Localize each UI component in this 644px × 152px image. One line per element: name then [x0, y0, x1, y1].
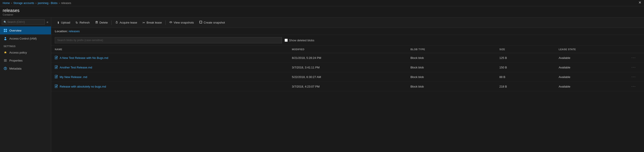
cell-blob-type-1: Block blob: [407, 63, 496, 72]
table-row: My New Release .md 5/22/2018, 6:30:27 AM…: [51, 72, 644, 82]
upload-label: Upload: [61, 21, 70, 24]
col-lease-state[interactable]: LEASE STATE: [555, 46, 626, 53]
delete-icon: [95, 21, 98, 24]
cell-more-0: ···: [626, 53, 644, 63]
svg-point-20: [170, 21, 172, 23]
delete-label: Delete: [100, 21, 108, 24]
search-input[interactable]: [2, 19, 45, 25]
cell-more-1: ···: [626, 63, 644, 72]
file-name-3[interactable]: Release with absolutely no bugs.md: [60, 85, 106, 88]
collapse-button[interactable]: «: [46, 20, 49, 24]
sidebar-item-overview-label: Overview: [9, 29, 22, 32]
table-header: NAME MODIFIED BLOB TYPE SIZE LEASE STATE: [51, 46, 644, 53]
table-row: Another Test Release.md 3/7/2018, 3:41:1…: [51, 63, 644, 72]
delete-button[interactable]: Delete: [93, 19, 110, 26]
upload-button[interactable]: ⬆ Upload: [55, 19, 72, 26]
view-snapshots-label: View snapshots: [174, 21, 194, 24]
cell-lease-state-1: Available: [555, 63, 626, 72]
cell-lease-state-3: Available: [555, 82, 626, 91]
breadcrumb-storage-accounts[interactable]: Storage accounts: [13, 1, 34, 5]
upload-icon: ⬆: [57, 21, 60, 24]
cell-lease-state-0: Available: [555, 53, 626, 63]
file-name-1[interactable]: Another Test Release.md: [60, 66, 92, 69]
show-deleted-container: Show deleted blobs: [284, 39, 314, 42]
table-row: A New Test Release with No Bugs.md 8/21/…: [51, 53, 644, 63]
cell-name-3: Release with absolutely no bugs.md: [51, 82, 288, 91]
cell-name-0: A New Test Release with No Bugs.md: [51, 53, 288, 63]
sidebar-item-properties-label: Properties: [9, 59, 22, 62]
more-button-3[interactable]: ···: [630, 84, 638, 89]
svg-rect-12: [5, 68, 6, 68]
cell-name-1: Another Test Release.md: [51, 63, 288, 72]
location-path[interactable]: releases: [69, 29, 80, 33]
cell-size-2: 88 B: [496, 72, 555, 82]
acquire-lease-label: Acquire lease: [120, 21, 137, 24]
cell-name-2: My New Release .md: [51, 72, 288, 82]
file-icon-1: [55, 65, 58, 70]
col-modified[interactable]: MODIFIED: [288, 46, 407, 53]
break-lease-label: Break lease: [146, 21, 162, 24]
breadcrumb-jasmineg-blobs[interactable]: jasmineg - Blobs: [38, 1, 58, 5]
close-button[interactable]: ✕: [638, 1, 641, 4]
sidebar-item-properties[interactable]: Properties: [0, 56, 51, 64]
svg-rect-7: [4, 59, 7, 60]
access-control-icon: [4, 37, 7, 40]
cell-modified-0: 8/21/2018, 5:28:24 PM: [288, 53, 407, 63]
metadata-icon: [4, 67, 7, 70]
show-deleted-checkbox[interactable]: [284, 39, 288, 42]
svg-rect-1: [6, 29, 7, 30]
cell-more-3: ···: [626, 82, 644, 91]
svg-point-5: [4, 39, 6, 40]
svg-rect-0: [4, 29, 5, 30]
cell-modified-2: 5/22/2018, 6:30:27 AM: [288, 72, 407, 82]
file-name-0[interactable]: A New Test Release with No Bugs.md: [60, 56, 108, 60]
cell-blob-type-0: Block blob: [407, 53, 496, 63]
overview-icon: [4, 29, 7, 32]
more-button-0[interactable]: ···: [630, 55, 638, 60]
search-row: Show deleted blobs: [51, 35, 644, 46]
file-name-2[interactable]: My New Release .md: [60, 75, 87, 79]
acquire-lease-button[interactable]: Acquire lease: [113, 19, 140, 26]
show-deleted-label[interactable]: Show deleted blobs: [289, 39, 314, 42]
create-snapshot-button[interactable]: Create snapshot: [197, 19, 227, 26]
svg-rect-11: [5, 68, 6, 69]
location-label: Location:: [55, 29, 68, 33]
svg-marker-6: [4, 51, 7, 54]
svg-rect-3: [6, 31, 7, 32]
more-button-1[interactable]: ···: [630, 65, 638, 70]
break-lease-button[interactable]: ✂ Break lease: [140, 19, 164, 26]
sidebar-item-access-policy[interactable]: Access policy: [0, 48, 51, 56]
sidebar-item-metadata[interactable]: Metadata: [0, 64, 51, 72]
file-icon-0: [55, 56, 58, 60]
table-body: A New Test Release with No Bugs.md 8/21/…: [51, 53, 644, 91]
blob-search-input[interactable]: [55, 37, 282, 43]
svg-rect-19: [116, 22, 117, 23]
sidebar-item-overview[interactable]: Overview: [0, 26, 51, 34]
properties-icon: [4, 59, 7, 62]
cell-blob-type-2: Block blob: [407, 72, 496, 82]
more-button-2[interactable]: ···: [630, 74, 638, 79]
view-snapshots-button[interactable]: View snapshots: [167, 19, 196, 26]
svg-point-21: [170, 21, 172, 23]
main-layout: 🔍 « Overview: [0, 17, 644, 152]
cell-size-3: 218 B: [496, 82, 555, 91]
breadcrumb-sep-1: ›: [11, 1, 12, 5]
breadcrumb-home[interactable]: Home: [3, 1, 10, 5]
col-name[interactable]: NAME: [51, 46, 288, 53]
refresh-button[interactable]: ↻ Refresh: [73, 19, 92, 26]
col-size[interactable]: SIZE: [496, 46, 555, 53]
sidebar-item-access-policy-label: Access policy: [9, 51, 27, 54]
sidebar: 🔍 « Overview: [0, 17, 51, 152]
page-title: releases: [3, 8, 641, 13]
svg-point-4: [5, 37, 6, 38]
col-blob-type[interactable]: BLOB TYPE: [407, 46, 496, 53]
cell-size-1: 150 B: [496, 63, 555, 72]
breadcrumb-releases: releases: [61, 1, 71, 5]
toolbar-separator-2: [166, 20, 166, 25]
create-snapshot-label: Create snapshot: [204, 21, 225, 24]
page-subtitle: Container: [3, 13, 641, 16]
title-area: releases Container: [0, 6, 644, 17]
sidebar-item-access-control[interactable]: Access Control (IAM): [0, 34, 51, 42]
refresh-label: Refresh: [80, 21, 90, 24]
blob-table-container: NAME MODIFIED BLOB TYPE SIZE LEASE STATE: [51, 46, 644, 152]
